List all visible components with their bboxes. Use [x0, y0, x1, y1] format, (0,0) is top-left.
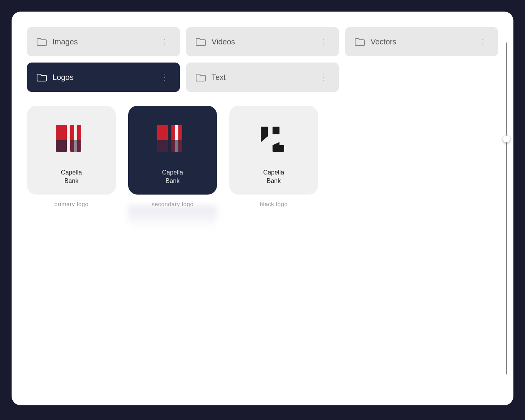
- folder-label-videos: Videos: [212, 37, 235, 46]
- folder-images[interactable]: Images ⋮: [27, 27, 180, 56]
- folder-icon-vectors: [354, 37, 365, 46]
- main-container: Images ⋮ Videos ⋮: [12, 12, 513, 405]
- folder-text[interactable]: Text ⋮: [186, 63, 339, 92]
- logos-section: CapellaBank primary logo: [27, 98, 498, 229]
- scrollbar-track[interactable]: [506, 42, 507, 374]
- svg-marker-6: [157, 140, 168, 152]
- folder-row-1: Images ⋮ Videos ⋮: [27, 27, 498, 56]
- logo-card-wrapper-secondary: CapellaBank secondary logo: [128, 106, 217, 229]
- folder-icon-text: [195, 73, 206, 82]
- scrollbar-thumb[interactable]: [503, 135, 510, 142]
- folder-icon-videos: [195, 37, 206, 46]
- folder-label-logos: Logos: [52, 73, 74, 82]
- logo-card-wrapper-black: CapellaBank black logo: [229, 106, 318, 207]
- folder-row-2: Logos ⋮ Text ⋮: [27, 63, 498, 92]
- folder-menu-videos[interactable]: ⋮: [318, 36, 330, 48]
- folder-vectors[interactable]: Vectors ⋮: [345, 27, 498, 56]
- logo-card-secondary[interactable]: CapellaBank: [128, 106, 217, 195]
- logo-card-wrapper-primary: CapellaBank primary logo: [27, 106, 116, 207]
- folder-menu-text[interactable]: ⋮: [318, 71, 330, 83]
- folder-label-vectors: Vectors: [371, 37, 396, 46]
- primary-logo-label: primary logo: [54, 201, 89, 207]
- folder-label-images: Images: [52, 37, 78, 46]
- svg-marker-4: [70, 140, 81, 152]
- folder-menu-logos[interactable]: ⋮: [159, 71, 171, 83]
- logo-card-primary[interactable]: CapellaBank: [27, 106, 116, 195]
- black-logo-image: [249, 115, 299, 165]
- folder-logos[interactable]: Logos ⋮: [27, 63, 180, 92]
- primary-logo-bank-name: CapellaBank: [61, 168, 82, 186]
- folder-icon-images: [36, 37, 47, 46]
- secondary-logo-reflection: [128, 206, 217, 229]
- logo-card-black[interactable]: CapellaBank: [229, 106, 318, 195]
- secondary-logo-image: [147, 115, 198, 165]
- folder-videos[interactable]: Videos ⋮: [186, 27, 339, 56]
- svg-marker-1: [56, 140, 67, 152]
- folder-menu-vectors[interactable]: ⋮: [478, 36, 489, 48]
- folder-menu-images[interactable]: ⋮: [159, 36, 171, 48]
- folder-label-text: Text: [212, 73, 226, 82]
- secondary-logo-bank-name: CapellaBank: [162, 168, 183, 186]
- svg-marker-9: [171, 140, 182, 152]
- svg-rect-13: [273, 145, 284, 152]
- scrollbar-line: [506, 42, 507, 374]
- black-logo-label: black logo: [260, 201, 288, 207]
- black-logo-bank-name: CapellaBank: [263, 168, 284, 186]
- folder-icon-logos: [36, 73, 47, 82]
- primary-logo-image: [46, 115, 97, 165]
